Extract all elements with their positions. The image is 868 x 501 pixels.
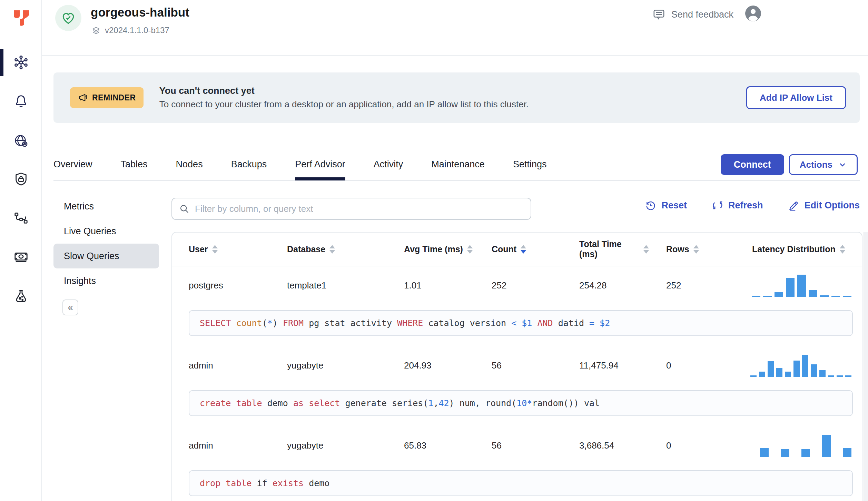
column-header-database[interactable]: Database — [270, 244, 387, 254]
latency-histogram — [760, 434, 851, 457]
table-row[interactable]: postgrestemplate11.01252254.28252 — [172, 266, 862, 304]
cell-user: postgres — [172, 280, 270, 291]
column-header-count[interactable]: Count — [480, 244, 559, 254]
cell-database: yugabyte — [270, 440, 387, 451]
cell-rows: 0 — [649, 360, 735, 371]
cell-count: 252 — [480, 280, 559, 291]
sort-arrows-icon[interactable] — [467, 245, 473, 254]
sidebar-item-alerts[interactable] — [0, 87, 42, 114]
scrollbar-track[interactable] — [864, 232, 868, 501]
version-label: v2024.1.1.0-b137 — [105, 26, 169, 35]
sort-arrows-icon[interactable] — [643, 245, 649, 254]
connect-button[interactable]: Connect — [721, 154, 784, 175]
reset-clock-icon — [645, 199, 657, 211]
cell-total-time: 254.28 — [559, 280, 649, 291]
sort-arrows-icon[interactable] — [693, 245, 699, 254]
banner-title: You can't connect yet — [159, 86, 746, 96]
reminder-badge: REMINDER — [70, 87, 144, 108]
reset-button[interactable]: Reset — [645, 199, 687, 211]
sort-arrows-icon[interactable] — [521, 245, 526, 254]
tab-tables[interactable]: Tables — [121, 148, 148, 180]
actions-dropdown-button[interactable]: Actions — [789, 154, 858, 175]
cell-count: 56 — [480, 360, 559, 371]
subnav-item-slow-queries[interactable]: Slow Queries — [53, 244, 159, 268]
cluster-tab-bar: OverviewTablesNodesBackupsPerf AdvisorAc… — [53, 148, 860, 181]
cell-user: admin — [172, 440, 270, 451]
edit-options-button[interactable]: Edit Options — [788, 199, 860, 211]
refresh-button[interactable]: Refresh — [712, 199, 763, 211]
cell-total-time: 3,686.54 — [559, 440, 649, 451]
cell-avg-time: 1.01 — [387, 280, 480, 291]
user-avatar[interactable] — [744, 5, 762, 22]
tab-overview[interactable]: Overview — [53, 148, 92, 180]
subnav-item-metrics[interactable]: Metrics — [53, 194, 159, 219]
column-header-rows[interactable]: Rows — [649, 244, 735, 254]
sort-arrows-icon[interactable] — [329, 245, 335, 254]
subnav-item-insights[interactable]: Insights — [53, 268, 159, 293]
column-header-avg-time-ms-[interactable]: Avg Time (ms) — [387, 244, 480, 254]
tab-settings[interactable]: Settings — [513, 148, 547, 180]
table-body: postgrestemplate11.01252254.28252SELECT … — [172, 266, 862, 496]
banner-message: To connect to your cluster from a deskto… — [159, 99, 746, 110]
megaphone-icon — [78, 92, 89, 103]
money-icon — [13, 249, 29, 265]
sort-arrows-icon[interactable] — [840, 245, 845, 254]
query-text-box[interactable]: create table demo as select generate_ser… — [189, 390, 853, 416]
cluster-version: v2024.1.1.0-b137 — [91, 26, 169, 35]
sort-arrows-icon[interactable] — [212, 245, 218, 254]
subnav-items: MetricsLive QueriesSlow QueriesInsights — [53, 194, 159, 293]
tab-backups[interactable]: Backups — [231, 148, 267, 180]
tab-perf-advisor[interactable]: Perf Advisor — [295, 148, 345, 180]
shield-lock-icon — [13, 171, 29, 187]
sidebar-item-security[interactable] — [0, 165, 42, 193]
cluster-health-badge — [55, 5, 81, 31]
cell-total-time: 11,475.94 — [559, 360, 649, 371]
feedback-chat-icon — [652, 8, 666, 21]
send-feedback-button[interactable]: Send feedback — [652, 8, 733, 21]
filter-input[interactable] — [195, 204, 524, 214]
cell-user: admin — [172, 360, 270, 371]
edit-pencil-icon — [788, 199, 800, 211]
column-header-user[interactable]: User — [172, 244, 270, 254]
sidebar-item-network[interactable] — [0, 127, 42, 155]
yugabyte-logo[interactable] — [12, 9, 30, 27]
layers-icon — [91, 26, 101, 35]
latency-histogram — [752, 274, 851, 297]
reminder-banner: REMINDER You can't connect yet To connec… — [53, 72, 860, 123]
sidebar-item-labs[interactable] — [0, 282, 42, 310]
tab-maintenance[interactable]: Maintenance — [431, 148, 485, 180]
table-row[interactable]: adminyugabyte65.83563,686.540 — [172, 426, 862, 464]
sidebar-item-billing[interactable] — [0, 243, 42, 271]
column-header-total-time-ms-[interactable]: Total Time (ms) — [559, 239, 649, 259]
query-text-box[interactable]: drop table if exists demo — [189, 470, 853, 496]
cell-rows: 0 — [649, 440, 735, 451]
sidebar-item-integrations[interactable] — [0, 204, 42, 232]
heart-check-icon — [61, 10, 76, 26]
slow-queries-table: UserDatabaseAvg Time (ms)CountTotal Time… — [171, 232, 862, 501]
icon-rail — [0, 0, 42, 501]
flow-icon — [13, 210, 29, 226]
sidebar-item-clusters[interactable] — [0, 49, 42, 76]
latency-histogram — [750, 354, 851, 377]
chevron-down-icon — [838, 160, 847, 169]
collapse-chevrons: « — [68, 302, 73, 313]
table-row[interactable]: adminyugabyte204.935611,475.940 — [172, 346, 862, 384]
table-header-row: UserDatabaseAvg Time (ms)CountTotal Time… — [172, 233, 862, 266]
subnav-item-live-queries[interactable]: Live Queries — [53, 219, 159, 244]
cluster-network-icon — [13, 55, 29, 70]
cell-avg-time: 65.83 — [387, 440, 480, 451]
query-text-box[interactable]: SELECT count(*) FROM pg_stat_activity WH… — [189, 310, 853, 336]
cell-rows: 252 — [649, 280, 735, 291]
column-header-latency-distribution[interactable]: Latency Distribution — [735, 244, 862, 254]
collapse-sidebar-button[interactable]: « — [62, 299, 78, 315]
tab-activity[interactable]: Activity — [374, 148, 403, 180]
add-ip-allow-list-button[interactable]: Add IP Allow List — [746, 86, 846, 109]
cell-avg-time: 204.93 — [387, 360, 480, 371]
tab-nodes[interactable]: Nodes — [176, 148, 203, 180]
cell-database: template1 — [270, 280, 387, 291]
refresh-icon — [712, 199, 723, 211]
query-filter — [171, 198, 531, 220]
cell-database: yugabyte — [270, 360, 387, 371]
bell-icon — [13, 92, 29, 108]
page-header: gorgeous-halibut v2024.1.1.0-b137 Send f… — [42, 0, 868, 56]
